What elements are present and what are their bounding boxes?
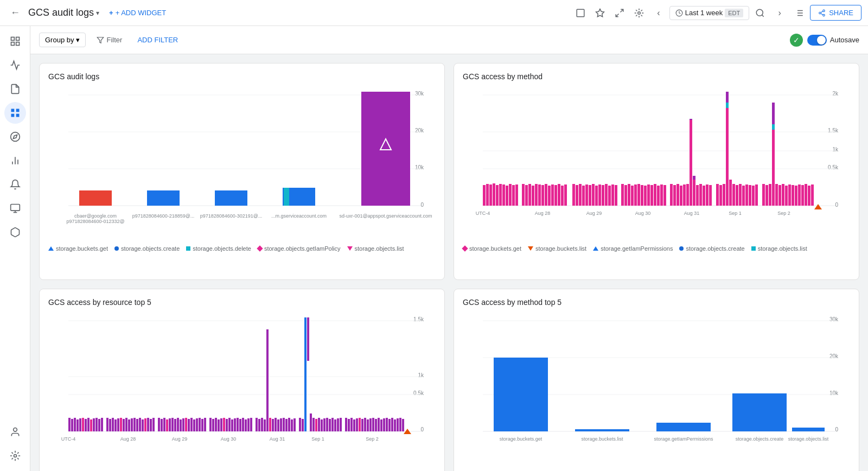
svg-rect-297: [386, 418, 388, 431]
svg-rect-245: [237, 418, 239, 431]
svg-rect-270: [310, 413, 312, 431]
prev-button[interactable]: ‹: [650, 4, 667, 22]
back-button[interactable]: ←: [7, 4, 24, 22]
svg-rect-145: [736, 185, 738, 206]
svg-rect-163: [792, 185, 794, 206]
top-header: ← GCS audit logs ▾ + + ADD WIDGET ‹ Last…: [0, 0, 868, 26]
svg-rect-164: [795, 186, 797, 206]
svg-marker-37: [98, 37, 104, 43]
svg-rect-323: [732, 393, 787, 431]
filter-button[interactable]: Filter: [92, 33, 126, 47]
svg-text:1k: 1k: [418, 372, 424, 378]
svg-rect-128: [690, 120, 692, 206]
next-button[interactable]: ›: [771, 4, 788, 22]
fullscreen-button[interactable]: [572, 4, 589, 22]
autosave-toggle[interactable]: [807, 35, 827, 46]
sidebar-icon-alerts[interactable]: [4, 174, 26, 195]
svg-rect-290: [367, 419, 369, 431]
compare-button[interactable]: [790, 4, 808, 22]
settings-button[interactable]: [630, 4, 648, 22]
group-by-button[interactable]: Group by ▾: [39, 33, 86, 47]
svg-rect-161: [785, 186, 788, 206]
svg-rect-94: [572, 184, 575, 206]
search-button[interactable]: [751, 4, 769, 22]
svg-rect-254: [264, 419, 266, 431]
sidebar-icon-logs[interactable]: [4, 78, 26, 100]
svg-rect-299: [391, 418, 393, 431]
svg-rect-302: [399, 418, 401, 431]
chart-gcs-access-by-resource: 1.5k 1k 0.5k 0: [48, 313, 436, 467]
svg-rect-95: [576, 185, 578, 206]
svg-rect-112: [634, 184, 637, 206]
svg-rect-91: [558, 184, 560, 206]
svg-rect-82: [528, 184, 531, 206]
svg-rect-121: [663, 185, 666, 206]
time-range-button[interactable]: Last 1 week EDT: [669, 6, 749, 20]
svg-rect-127: [686, 184, 689, 206]
add-widget-button[interactable]: + + ADD WIDGET: [104, 5, 171, 20]
svg-rect-70: [486, 184, 489, 206]
sidebar-icon-metrics[interactable]: [4, 102, 26, 124]
svg-rect-21: [16, 42, 19, 46]
svg-marker-170: [814, 204, 822, 209]
svg-rect-142: [726, 103, 729, 108]
card-gcs-audit-logs: GCS audit logs 30k 20k 10k 0: [39, 63, 445, 280]
svg-rect-50: [284, 188, 289, 206]
svg-rect-210: [136, 419, 138, 431]
svg-rect-186: [68, 418, 71, 431]
svg-rect-51: [361, 92, 410, 206]
sidebar-icon-settings[interactable]: [4, 445, 26, 467]
svg-rect-197: [98, 419, 100, 431]
svg-rect-132: [696, 185, 699, 206]
svg-rect-253: [261, 418, 263, 431]
svg-text:Aug 28: Aug 28: [120, 436, 136, 442]
sidebar-icon-monitor[interactable]: [4, 198, 26, 219]
svg-rect-169: [811, 184, 814, 206]
svg-text:1k: 1k: [832, 147, 839, 152]
svg-rect-166: [801, 185, 804, 206]
svg-text:10k: 10k: [415, 164, 424, 170]
svg-rect-283: [348, 419, 350, 431]
title-dropdown-arrow[interactable]: ▾: [96, 9, 99, 17]
svg-rect-259: [277, 419, 279, 431]
svg-rect-46: [79, 190, 112, 206]
sidebar-icon-chart[interactable]: [4, 54, 26, 76]
svg-rect-188: [74, 418, 76, 431]
sidebar-icon-user[interactable]: [4, 421, 26, 443]
sidebar-icon-services[interactable]: [4, 221, 26, 243]
sidebar-icon-bar[interactable]: [4, 150, 26, 171]
svg-rect-238: [218, 419, 220, 431]
svg-line-18: [821, 11, 823, 12]
add-filter-button[interactable]: ADD FILTER: [133, 33, 182, 47]
expand-button[interactable]: [611, 4, 628, 22]
svg-text:Sep 2: Sep 2: [777, 211, 790, 216]
legend-item-objects-getiam: storage.objects.getIamPolicy: [258, 245, 341, 252]
svg-rect-234: [204, 418, 206, 431]
svg-rect-108: [621, 184, 624, 206]
sidebar-icon-explore[interactable]: [4, 126, 26, 148]
timezone-badge: EDT: [725, 9, 743, 17]
sidebar-icon-dashboard[interactable]: [4, 30, 26, 52]
svg-text:0: 0: [835, 202, 838, 208]
svg-rect-252: [258, 419, 260, 431]
svg-rect-295: [380, 419, 382, 431]
svg-point-16: [823, 14, 825, 16]
svg-rect-106: [611, 184, 614, 206]
legend-item-buckets-get: storage.buckets.get: [48, 245, 108, 252]
svg-rect-200: [109, 419, 111, 431]
svg-rect-141: [726, 92, 729, 103]
sidebar: [0, 26, 30, 471]
svg-text:Aug 31: Aug 31: [684, 211, 700, 216]
svg-rect-154: [769, 184, 771, 206]
svg-rect-250: [250, 418, 252, 431]
star-button[interactable]: [591, 4, 609, 22]
svg-rect-322: [656, 423, 711, 431]
svg-rect-274: [321, 419, 323, 431]
chart-gcs-audit-logs: 30k 20k 10k 0: [48, 87, 436, 241]
svg-rect-192: [85, 419, 87, 431]
svg-rect-100: [592, 184, 595, 206]
svg-rect-244: [234, 418, 236, 431]
share-button[interactable]: SHARE: [810, 5, 861, 21]
svg-rect-221: [169, 418, 171, 431]
svg-rect-231: [196, 418, 198, 431]
